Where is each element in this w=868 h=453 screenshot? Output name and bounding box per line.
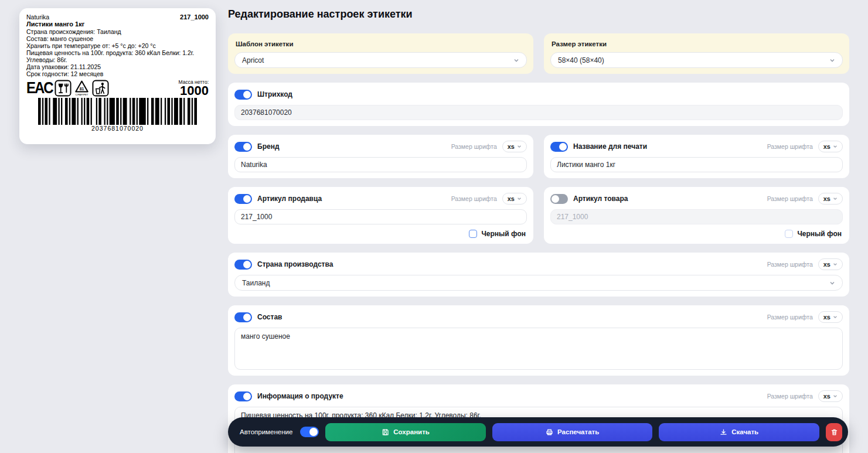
page-title: Редактирование настроек этикетки [228, 8, 849, 21]
chevron-down-icon [829, 280, 835, 286]
field-card-brand: Бренд Размер шрифта xs [228, 135, 533, 178]
size-select[interactable]: 58×40 (58×40) [550, 52, 843, 68]
country-toggle[interactable] [234, 260, 252, 270]
font-size-label: Размер шрифта [767, 261, 813, 268]
chevron-down-icon [513, 57, 519, 63]
field-card-barcode: Штрихкод [228, 83, 849, 126]
chevron-down-icon [517, 196, 522, 201]
net-weight-value: 1000 [179, 85, 209, 97]
chevron-down-icon [833, 196, 838, 201]
delete-button[interactable] [826, 423, 842, 441]
field-card-composition: Состав Размер шрифта xs манго сушеное [228, 305, 849, 376]
template-select[interactable]: Apricot [234, 52, 527, 68]
font-size-label: Размер шрифта [767, 393, 813, 400]
eac-mark-icon: EAC [26, 80, 53, 96]
trash-icon [830, 428, 838, 436]
print-name-font-size-select[interactable]: xs [818, 141, 843, 152]
download-icon [720, 428, 727, 436]
field-card-product-article: Артикул товара Размер шрифта xs Черный ф… [544, 187, 849, 244]
product-article-black-bg-checkbox[interactable] [785, 230, 793, 238]
label-preview: Naturika 217_1000 Листики манго 1кг Стра… [19, 8, 216, 144]
settings-panel: Редактирование настроек этикетки Шаблон … [228, 0, 849, 453]
brand-toggle[interactable] [234, 142, 252, 152]
size-card: Размер этикетки 58×40 (58×40) [544, 33, 849, 74]
chevron-down-icon [833, 144, 838, 149]
barcode-image [38, 98, 197, 125]
size-label: Размер этикетки [552, 40, 843, 47]
composition-toggle[interactable] [234, 312, 252, 322]
food-contact-icon [55, 80, 72, 97]
country-select[interactable]: Таиланд [234, 275, 843, 291]
preview-shelf-life-line: Срок годности: 12 месяцев [26, 70, 209, 77]
product-info-toggle[interactable] [234, 391, 252, 401]
autoapply-toggle[interactable] [300, 427, 319, 437]
preview-storage-line: Хранить при температуре от: +5 °с до: +2… [26, 42, 209, 49]
font-size-label: Размер шрифта [767, 143, 813, 150]
seller-article-field-label: Артикул продавца [257, 195, 322, 203]
svg-text:81: 81 [79, 86, 84, 90]
chevron-down-icon [517, 144, 522, 149]
save-button[interactable]: Сохранить [325, 423, 486, 441]
recycle-triangle-icon: 81 C/PAP/PET [73, 80, 90, 97]
svg-text:C/PAP/PET: C/PAP/PET [75, 93, 88, 96]
footer-action-bar: Автоприменение Сохранить Распечатать Ска… [228, 417, 848, 447]
country-field-label: Страна производства [257, 260, 333, 268]
seller-article-input[interactable] [234, 209, 527, 224]
chevron-down-icon [833, 315, 838, 319]
product-article-toggle[interactable] [550, 194, 568, 204]
save-icon [382, 428, 389, 436]
field-card-seller-article: Артикул продавца Размер шрифта xs Черный… [228, 187, 533, 244]
chevron-down-icon [833, 394, 838, 398]
preview-brand: Naturika [26, 13, 49, 21]
tidy-man-icon [92, 80, 109, 97]
brand-font-size-select[interactable]: xs [502, 141, 527, 152]
font-size-label: Размер шрифта [767, 314, 813, 321]
product-info-font-size-select[interactable]: xs [818, 390, 843, 402]
print-name-input[interactable] [550, 157, 843, 172]
printer-icon [546, 428, 553, 436]
product-article-input[interactable] [550, 209, 843, 224]
product-article-field-label: Артикул товара [573, 195, 628, 203]
preview-nutrition-line: Пищевая ценность на 100г. продукта: 360 … [26, 49, 209, 63]
template-label: Шаблон этикетки [236, 40, 527, 47]
preview-composition-line: Состав: манго сушеное [26, 35, 209, 42]
print-button[interactable]: Распечатать [492, 423, 653, 441]
print-name-field-label: Название для печати [573, 142, 647, 151]
autoapply-label: Автоприменение [240, 428, 292, 435]
brand-field-label: Бренд [257, 142, 280, 151]
preview-pack-date-line: Дата упаковки: 21.11.2025 [26, 63, 209, 70]
seller-article-toggle[interactable] [234, 194, 252, 204]
font-size-label: Размер шрифта [451, 195, 497, 202]
black-bg-label: Черный фон [481, 230, 526, 238]
brand-input[interactable] [234, 157, 527, 172]
template-card: Шаблон этикетки Apricot [228, 33, 533, 74]
composition-font-size-select[interactable]: xs [818, 311, 843, 323]
print-name-toggle[interactable] [550, 142, 568, 152]
font-size-label: Размер шрифта [767, 195, 813, 202]
chevron-down-icon [829, 57, 835, 63]
country-font-size-select[interactable]: xs [818, 258, 843, 270]
barcode-field-label: Штрихкод [257, 90, 292, 98]
seller-article-black-bg-checkbox[interactable] [469, 230, 477, 238]
preview-article: 217_1000 [180, 13, 209, 21]
product-info-field-label: Информация о продукте [257, 392, 343, 400]
black-bg-label: Черный фон [797, 230, 842, 238]
composition-textarea[interactable]: манго сушеное [234, 328, 843, 370]
preview-country-line: Страна происхождения: Таиланд [26, 28, 209, 35]
download-button[interactable]: Скачать [659, 423, 819, 441]
seller-article-font-size-select[interactable]: xs [502, 193, 527, 205]
chevron-down-icon [833, 262, 838, 267]
composition-field-label: Состав [257, 313, 282, 321]
field-card-print-name: Название для печати Размер шрифта xs [544, 135, 849, 178]
barcode-number: 2037681070020 [26, 125, 209, 132]
barcode-toggle[interactable] [234, 90, 252, 100]
font-size-label: Размер шрифта [451, 143, 497, 150]
field-card-country: Страна производства Размер шрифта xs Таи… [228, 253, 849, 297]
preview-product-name: Листики манго 1кг [26, 21, 209, 28]
barcode-input[interactable] [234, 105, 843, 120]
product-article-font-size-select[interactable]: xs [818, 193, 843, 205]
